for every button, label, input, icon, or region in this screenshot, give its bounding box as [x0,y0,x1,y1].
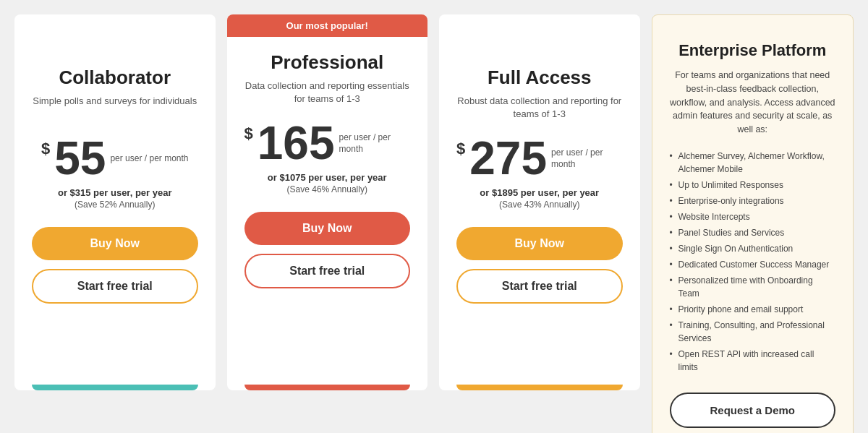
plan-card-fullaccess: Full Access Robust data collection and r… [439,14,640,390]
price-number: 275 [469,135,547,181]
enterprise-feature: Open REST API with increased call limits [670,346,836,375]
enterprise-feature: Alchemer Survey, Alchemer Workflow, Alch… [670,148,836,177]
enterprise-feature: Priority phone and email support [670,301,836,317]
enterprise-title: Enterprise Platform [670,41,836,60]
plan-name: Collaborator [32,67,198,89]
enterprise-feature: Personalized time with Onboarding Team [670,273,836,301]
price-period: per user / per month [551,147,622,171]
price-dollar: $ [456,140,465,158]
price-dollar: $ [41,140,50,158]
popular-badge: Our most popular! [227,14,428,37]
price-row: $ 165 per user / per month [244,120,411,166]
enterprise-features: Alchemer Survey, Alchemer Workflow, Alch… [670,148,836,375]
price-save: (Save 43% Annually) [456,200,623,210]
plan-desc: Data collection and reporting essentials… [244,80,411,106]
enterprise-feature: Dedicated Customer Success Manager [670,257,836,273]
enterprise-feature: Website Intercepts [670,209,836,225]
price-number: 165 [258,120,335,166]
price-period: per user / per month [110,153,188,165]
price-number: 55 [54,135,106,181]
price-dollar: $ [244,124,253,143]
start-trial-button[interactable]: Start free trial [456,269,623,304]
enterprise-desc: For teams and organizations that need be… [670,69,836,137]
enterprise-feature: Up to Unlimited Responses [670,177,836,193]
pricing-container: Collaborator Simple polls and surveys fo… [14,14,854,433]
price-annual: or $1895 per user, per year [456,187,623,198]
plan-desc: Robust data collection and reporting for… [456,95,623,121]
price-annual: or $1075 per user, per year [244,172,411,183]
plan-card-collaborator: Collaborator Simple polls and surveys fo… [14,14,216,390]
price-period: per user / per month [339,132,410,156]
price-save: (Save 46% Annually) [244,184,411,194]
price-row: $ 275 per user / per month [456,135,623,181]
buy-now-button[interactable]: Buy Now [244,212,411,245]
buy-now-button[interactable]: Buy Now [32,227,198,260]
enterprise-feature: Panel Studies and Services [670,225,836,241]
start-trial-button[interactable]: Start free trial [32,269,198,304]
plan-card-professional: Our most popular! Professional Data coll… [227,14,428,390]
plan-name: Professional [244,51,411,74]
enterprise-feature: Enterprise-only integrations [670,193,836,209]
plan-desc: Simple polls and surveys for individuals [32,95,198,121]
request-demo-button[interactable]: Request a Demo [670,393,836,428]
plan-card-enterprise: Enterprise Platform For teams and organi… [652,14,854,433]
price-annual: or $315 per user, per year [32,187,198,198]
plan-name: Full Access [456,67,623,89]
price-save: (Save 52% Annually) [32,200,198,210]
enterprise-feature: Training, Consulting, and Professional S… [670,317,836,346]
enterprise-feature: Single Sign On Authentication [670,241,836,257]
price-row: $ 55 per user / per month [32,135,198,181]
buy-now-button[interactable]: Buy Now [456,227,623,260]
start-trial-button[interactable]: Start free trial [244,254,411,288]
